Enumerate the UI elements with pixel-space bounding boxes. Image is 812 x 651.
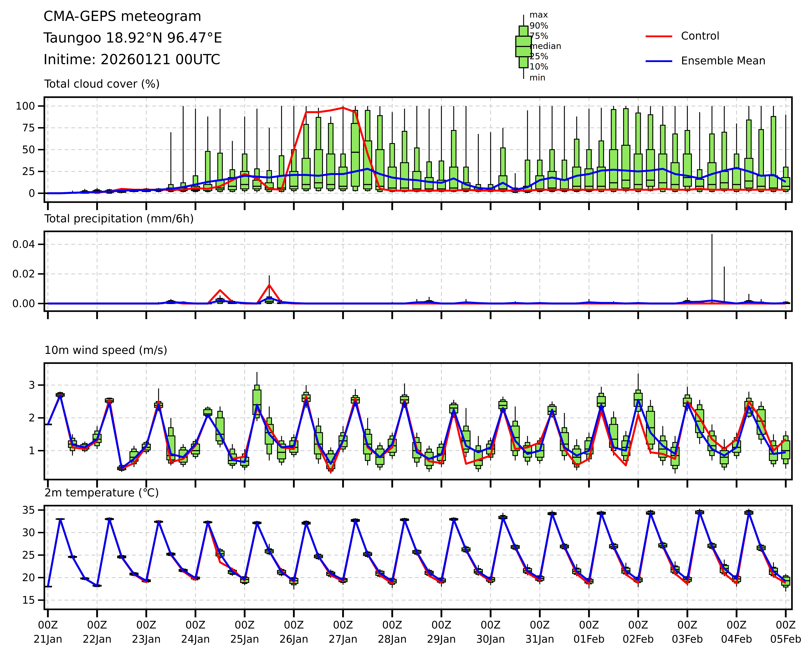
x-tick-hour-6: 00Z <box>333 619 353 631</box>
panel-title-precipitation: Total precipitation (mm/6h) <box>44 212 194 225</box>
panel-0 <box>44 97 792 202</box>
legend-label-25pct: 25% <box>530 51 548 61</box>
legend-control-label: Control <box>681 30 720 42</box>
x-tick-day-11: 01Feb <box>573 633 604 645</box>
svg-text:0.00: 0.00 <box>12 297 35 309</box>
figure-location: Taungoo 18.92°N 96.47°E <box>43 27 222 49</box>
svg-text:75: 75 <box>22 122 35 134</box>
x-tick-day-13: 03Feb <box>672 633 703 645</box>
svg-text:1: 1 <box>29 445 35 457</box>
svg-text:30: 30 <box>22 526 35 538</box>
legend-label-75pct: 75% <box>530 31 548 41</box>
x-tick-hour-8: 00Z <box>431 619 452 631</box>
ensemble-mean-line-3 <box>48 512 786 587</box>
x-tick-hour-0: 00Z <box>38 619 58 631</box>
x-tick-day-15: 05Feb <box>770 633 801 645</box>
legend-label-min: min <box>530 73 546 82</box>
x-tick-day-12: 02Feb <box>623 633 654 645</box>
x-tick-hour-9: 00Z <box>481 619 501 631</box>
x-tick-day-10: 31Jan <box>525 633 554 645</box>
figure-title: CMA-GEPS meteogram <box>43 5 222 27</box>
svg-text:3: 3 <box>29 379 35 391</box>
x-tick-hour-10: 00Z <box>530 619 550 631</box>
figure-initime: Initime: 20260121 00UTC <box>43 49 222 70</box>
legend-ensemble-label: Ensemble Mean <box>681 55 766 67</box>
x-tick-day-2: 23Jan <box>132 633 161 645</box>
meteogram-chart: 02550751000.000.020.04123152025303500Z21… <box>0 0 812 651</box>
x-tick-day-6: 27Jan <box>328 633 357 645</box>
x-tick-day-8: 29Jan <box>427 633 456 645</box>
x-tick-day-1: 22Jan <box>82 633 111 645</box>
x-tick-hour-14: 00Z <box>727 619 747 631</box>
legend-label-max: max <box>530 9 548 20</box>
x-tick-hour-7: 00Z <box>382 619 403 631</box>
legend-label-median: median <box>530 41 562 51</box>
panel-title-wind-speed: 10m wind speed (m/s) <box>44 344 168 357</box>
x-tick-day-4: 25Jan <box>230 633 259 645</box>
x-tick-day-5: 26Jan <box>279 633 308 645</box>
x-tick-hour-1: 00Z <box>87 619 107 631</box>
x-tick-hour-13: 00Z <box>678 619 698 631</box>
svg-text:20: 20 <box>22 572 35 584</box>
x-tick-hour-2: 00Z <box>136 619 156 631</box>
figure-header: CMA-GEPS meteogram Taungoo 18.92°N 96.47… <box>43 5 222 70</box>
svg-text:15: 15 <box>22 594 35 606</box>
x-tick-hour-11: 00Z <box>579 619 599 631</box>
x-tick-day-3: 24Jan <box>181 633 210 645</box>
x-tick-hour-5: 00Z <box>284 619 304 631</box>
svg-text:2: 2 <box>29 412 35 424</box>
x-tick-day-9: 30Jan <box>476 633 505 645</box>
x-tick-day-0: 21Jan <box>34 633 62 645</box>
panel-title-cloud-cover: Total cloud cover (%) <box>44 77 160 90</box>
x-tick-hour-4: 00Z <box>235 619 255 631</box>
x-tick-hour-3: 00Z <box>185 619 206 631</box>
svg-text:0.02: 0.02 <box>12 268 35 280</box>
x-tick-day-7: 28Jan <box>378 633 407 645</box>
svg-text:25: 25 <box>22 165 35 177</box>
x-tick-day-14: 04Feb <box>721 633 752 645</box>
panel-2 <box>44 363 792 480</box>
legend-label-10pct: 10% <box>530 61 548 72</box>
x-tick-hour-15: 00Z <box>775 619 796 631</box>
svg-text:25: 25 <box>22 549 35 561</box>
svg-text:50: 50 <box>22 143 35 156</box>
panel-1 <box>44 231 792 311</box>
legend-label-90pct: 90% <box>530 21 548 30</box>
panel-3 <box>44 506 792 609</box>
svg-text:35: 35 <box>22 504 35 516</box>
panel-title-temperature: 2m temperature (℃) <box>44 486 159 499</box>
svg-text:100: 100 <box>15 100 35 112</box>
meteogram-page: 02550751000.000.020.04123152025303500Z21… <box>0 0 812 651</box>
svg-text:0: 0 <box>29 187 35 199</box>
x-tick-hour-12: 00Z <box>628 619 648 631</box>
svg-text:0.04: 0.04 <box>12 238 35 250</box>
